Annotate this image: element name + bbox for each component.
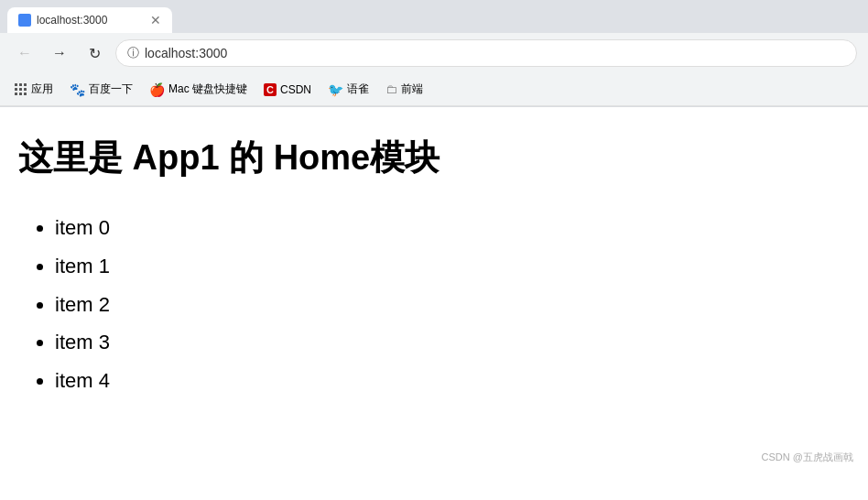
- yuque-icon: 🐦: [328, 82, 343, 97]
- item-list: item 0item 1item 2item 3item 4: [18, 209, 850, 400]
- tab-close-button[interactable]: ✕: [150, 13, 161, 27]
- forward-button[interactable]: →: [46, 39, 73, 67]
- list-item: item 2: [55, 286, 850, 324]
- bookmark-apps[interactable]: 应用: [7, 78, 60, 101]
- address-bar[interactable]: ⓘ localhost:3000: [115, 39, 857, 67]
- bookmark-qianduan[interactable]: 🗀 前端: [378, 78, 430, 101]
- bookmarks-bar: 应用 🐾 百度一下 🍎 Mac 键盘快捷键 C CSDN 🐦 语雀 🗀 前端: [0, 73, 868, 106]
- url-display: localhost:3000: [145, 46, 227, 60]
- list-item: item 4: [55, 362, 850, 400]
- folder-icon: 🗀: [385, 82, 397, 96]
- bookmark-qianduan-label: 前端: [401, 82, 423, 97]
- browser-tabs: localhost:3000 ✕: [0, 0, 868, 33]
- page-title: 这里是 App1 的 Home模块: [18, 135, 850, 181]
- bookmark-apple[interactable]: 🍎 Mac 键盘快捷键: [142, 78, 255, 101]
- browser-chrome: localhost:3000 ✕ ← → ↻ ⓘ localhost:3000 …: [0, 0, 868, 107]
- bookmark-apps-label: 应用: [31, 82, 53, 97]
- info-icon: ⓘ: [127, 45, 139, 61]
- list-item: item 1: [55, 247, 850, 286]
- active-tab[interactable]: localhost:3000 ✕: [7, 7, 172, 33]
- bookmark-yuque-label: 语雀: [347, 82, 369, 97]
- browser-nav: ← → ↻ ⓘ localhost:3000: [0, 33, 868, 73]
- back-button[interactable]: ←: [11, 39, 38, 67]
- csdn-icon: C: [264, 83, 277, 96]
- list-item: item 3: [55, 323, 850, 362]
- bookmark-yuque[interactable]: 🐦 语雀: [320, 78, 376, 101]
- bookmark-baidu-label: 百度一下: [89, 82, 133, 97]
- watermark: CSDN @五虎战画戟: [762, 451, 853, 464]
- bookmark-baidu[interactable]: 🐾 百度一下: [62, 78, 140, 101]
- tab-label: localhost:3000: [37, 14, 107, 27]
- page-content: 这里是 App1 的 Home模块 item 0item 1item 2item…: [0, 107, 868, 473]
- bookmark-apple-label: Mac 键盘快捷键: [168, 82, 247, 97]
- apps-icon: [15, 83, 27, 96]
- bookmark-csdn-label: CSDN: [280, 83, 311, 96]
- apple-icon: 🍎: [149, 82, 165, 97]
- list-item: item 0: [55, 209, 850, 247]
- tab-favicon: [18, 14, 31, 27]
- baidu-icon: 🐾: [70, 82, 85, 97]
- bookmark-csdn[interactable]: C CSDN: [256, 80, 319, 100]
- refresh-button[interactable]: ↻: [81, 39, 108, 67]
